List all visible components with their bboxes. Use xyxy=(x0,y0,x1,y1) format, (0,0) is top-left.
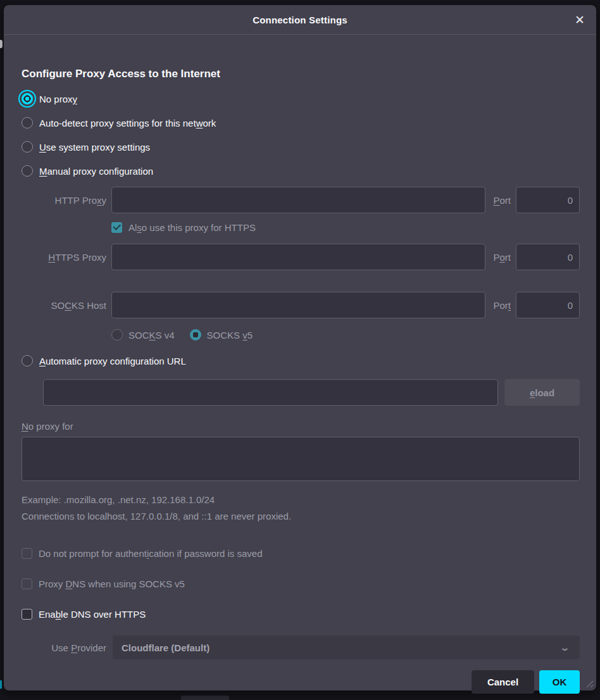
http-proxy-input[interactable] xyxy=(111,187,485,213)
https-port-label: Port xyxy=(493,252,511,263)
checkbox-icon[interactable] xyxy=(22,578,32,589)
radio-manual-proxy-label: Manual proxy configuration xyxy=(39,166,153,177)
background-page-sliver xyxy=(0,40,3,48)
socks-version-row: SOCKS v4 SOCKS v5 xyxy=(111,326,580,344)
localhost-note: Connections to localhost, 127.0.0.1/8, a… xyxy=(22,511,580,522)
radio-selected-icon[interactable] xyxy=(22,93,33,104)
no-proxy-for-label: No proxy for xyxy=(22,421,580,432)
dialog-titlebar: Connection Settings ✕ xyxy=(4,5,596,35)
also-https-checkbox-row[interactable]: Also use this proxy for HTTPS xyxy=(111,220,580,235)
no-prompt-label: Do not prompt for authentication if pass… xyxy=(39,548,263,559)
radio-manual-proxy[interactable]: Manual proxy configuration xyxy=(22,159,580,183)
page-title: Configure Proxy Access to the Internet xyxy=(22,68,580,80)
provider-selected-value: Cloudflare (Default) xyxy=(122,642,561,653)
socks-port-label: Port xyxy=(493,300,511,311)
radio-socks-v5[interactable]: SOCKS v5 xyxy=(190,329,253,341)
socks-v4-label: SOCKS v4 xyxy=(128,330,175,341)
provider-select[interactable]: Cloudflare (Default) ⌄ xyxy=(113,635,580,659)
reload-button[interactable]: eload xyxy=(504,379,580,406)
radio-no-proxy[interactable]: No proxy xyxy=(22,87,580,111)
radio-icon[interactable] xyxy=(22,141,33,153)
https-proxy-input[interactable] xyxy=(111,244,485,270)
enable-doh-checkbox-row[interactable]: Enable DNS over HTTPS xyxy=(22,606,580,622)
https-proxy-row: HTTPS Proxy Port xyxy=(22,244,580,270)
checkbox-icon[interactable] xyxy=(22,548,32,559)
example-note: Example: .mozilla.org, .net.nz, 192.168.… xyxy=(22,494,580,505)
ok-button[interactable]: OK xyxy=(539,670,580,694)
radio-auto-url-label: Automatic proxy configuration URL xyxy=(39,356,186,366)
http-proxy-label: HTTP Proxy xyxy=(22,195,106,206)
http-proxy-row: HTTP Proxy Port xyxy=(22,187,580,213)
radio-selected-icon[interactable] xyxy=(190,329,201,341)
connection-settings-dialog: Connection Settings ✕ Configure Proxy Ac… xyxy=(4,5,596,691)
use-provider-label: Use Provider xyxy=(22,642,106,653)
https-port-input[interactable] xyxy=(516,244,580,270)
close-icon[interactable]: ✕ xyxy=(571,11,589,28)
proxy-dns-checkbox-row[interactable]: Proxy DNS when using SOCKS v5 xyxy=(22,576,580,591)
chevron-down-icon: ⌄ xyxy=(559,643,570,653)
radio-no-proxy-label: No proxy xyxy=(39,94,77,104)
radio-auto-url[interactable]: Automatic proxy configuration URL xyxy=(22,350,580,372)
radio-use-system-label: Use system proxy settings xyxy=(39,142,150,153)
socks-v5-label: SOCKS v5 xyxy=(207,330,253,341)
http-port-input[interactable] xyxy=(516,187,580,213)
radio-use-system[interactable]: Use system proxy settings xyxy=(22,135,580,159)
socks-host-input[interactable] xyxy=(111,292,485,318)
dialog-title: Connection Settings xyxy=(253,15,347,25)
dialog-body: Configure Proxy Access to the Internet N… xyxy=(4,35,596,694)
background-accent-sliver xyxy=(0,680,2,689)
radio-icon[interactable] xyxy=(22,165,33,177)
radio-icon[interactable] xyxy=(22,355,33,366)
also-https-label: Also use this proxy for HTTPS xyxy=(128,222,256,233)
checkbox-icon[interactable] xyxy=(22,609,32,620)
enable-doh-label: Enable DNS over HTTPS xyxy=(39,609,146,620)
checkbox-checked-icon[interactable] xyxy=(111,222,122,233)
radio-socks-v4[interactable]: SOCKS v4 xyxy=(111,329,175,341)
https-proxy-label: HTTPS Proxy xyxy=(22,252,106,263)
background-page-element xyxy=(181,696,229,700)
socks-port-input[interactable] xyxy=(516,292,580,318)
no-proxy-for-textarea[interactable] xyxy=(22,437,580,481)
dialog-button-row: Cancel OK xyxy=(22,670,580,694)
provider-row: Use Provider Cloudflare (Default) ⌄ xyxy=(22,635,580,659)
cancel-button[interactable]: Cancel xyxy=(472,670,534,694)
http-port-label: Port xyxy=(493,195,511,206)
radio-icon[interactable] xyxy=(22,117,33,128)
no-prompt-checkbox-row[interactable]: Do not prompt for authentication if pass… xyxy=(22,546,580,561)
auto-url-row: eload xyxy=(43,379,580,406)
radio-auto-detect-label: Auto-detect proxy settings for this netw… xyxy=(39,118,216,128)
radio-icon[interactable] xyxy=(111,329,123,341)
socks-host-label: SOCKS Host xyxy=(22,300,106,311)
auto-url-input[interactable] xyxy=(43,379,498,406)
radio-auto-detect[interactable]: Auto-detect proxy settings for this netw… xyxy=(22,111,580,135)
proxy-dns-label: Proxy DNS when using SOCKS v5 xyxy=(39,578,185,589)
socks-host-row: SOCKS Host Port xyxy=(22,292,580,318)
